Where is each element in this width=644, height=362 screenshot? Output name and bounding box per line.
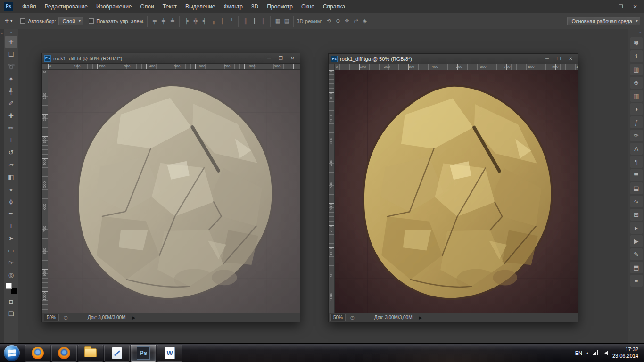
gradient-tool-icon[interactable]: ◧ bbox=[5, 171, 17, 183]
panel-properties-icon[interactable]: ≡ bbox=[630, 275, 643, 287]
quick-selection-tool-icon[interactable]: ✶ bbox=[5, 73, 17, 85]
panel-notes-icon[interactable]: ✎ bbox=[630, 248, 643, 260]
status-flyout-button[interactable]: ▶ bbox=[132, 315, 136, 320]
status-flyout-button[interactable]: ▶ bbox=[419, 315, 422, 320]
distribute-right-edges-icon[interactable]: ╢ bbox=[259, 17, 267, 25]
doc-minimize-button[interactable]: ─ bbox=[541, 55, 553, 63]
clock[interactable]: 17:32 23.06.2014 bbox=[612, 346, 638, 360]
panel-adjustments-icon[interactable]: ◑ bbox=[630, 103, 643, 115]
app-restore-button[interactable]: ❐ bbox=[614, 2, 628, 11]
3d-rotate-icon[interactable]: ⟲ bbox=[325, 17, 333, 25]
panel-paths-icon[interactable]: ∿ bbox=[630, 196, 643, 207]
autoselect-checkbox[interactable] bbox=[20, 18, 25, 24]
align-top-edges-icon[interactable]: ╤ bbox=[150, 17, 158, 25]
align-horizontal-centers-icon[interactable]: ╬ bbox=[191, 17, 199, 25]
shape-tool-icon[interactable]: ▭ bbox=[5, 244, 17, 256]
healing-brush-tool-icon[interactable]: ✚ bbox=[5, 109, 17, 122]
workspace-select[interactable]: Основная рабочая среда bbox=[567, 17, 640, 25]
distribute-left-edges-icon[interactable]: ╟ bbox=[241, 17, 249, 25]
show-transform-checkbox[interactable] bbox=[89, 18, 94, 24]
canvas-tif[interactable] bbox=[48, 70, 300, 313]
panel-clone-source-icon[interactable]: ⊞ bbox=[630, 209, 643, 221]
hand-tool-icon[interactable]: ☞ bbox=[5, 256, 17, 269]
distribute-bottom-edges-icon[interactable]: ╨ bbox=[227, 17, 235, 25]
eyedropper-tool-icon[interactable]: ✐ bbox=[5, 97, 17, 109]
doc-maximize-button[interactable]: ❐ bbox=[553, 55, 565, 63]
menu-item-4[interactable]: Текст bbox=[158, 0, 181, 13]
pen-tool-icon[interactable]: ✒ bbox=[5, 207, 17, 220]
auto-align-layers-icon[interactable]: ▦ bbox=[273, 17, 281, 25]
quick-mask-mode-icon[interactable]: ◘ bbox=[5, 295, 17, 307]
eraser-tool-icon[interactable]: ▱ bbox=[5, 158, 17, 171]
menu-item-2[interactable]: Изображение bbox=[92, 0, 136, 13]
panel-character-icon[interactable]: A bbox=[630, 143, 643, 155]
3d-scale-icon[interactable]: ◈ bbox=[361, 17, 369, 25]
doc-maximize-button[interactable]: ❐ bbox=[275, 55, 287, 62]
zoom-level-field[interactable]: 50% bbox=[330, 314, 346, 321]
start-button[interactable] bbox=[4, 345, 20, 361]
taskbar-word-button[interactable]: W bbox=[157, 345, 182, 362]
3d-drag-icon[interactable]: ✥ bbox=[343, 17, 351, 25]
distribute-top-edges-icon[interactable]: ╥ bbox=[209, 17, 217, 25]
dock-expand-icon[interactable]: « bbox=[628, 29, 644, 36]
distribute-horizontal-centers-icon[interactable]: ╂ bbox=[250, 17, 258, 25]
panel-history-icon[interactable]: ✽ bbox=[630, 37, 643, 49]
auto-blend-layers-icon[interactable]: ▤ bbox=[282, 17, 290, 25]
tray-expand-icon[interactable]: ▴ bbox=[586, 351, 588, 355]
menu-item-5[interactable]: Выделение bbox=[181, 0, 220, 13]
taskbar-photoshop-button[interactable]: Ps bbox=[131, 345, 156, 362]
panel-channels-icon[interactable]: ⬓ bbox=[630, 182, 643, 194]
menu-item-0[interactable]: Файл bbox=[18, 0, 41, 13]
panel-brush-icon[interactable]: ✑ bbox=[630, 130, 643, 141]
dodge-tool-icon[interactable]: ϕ bbox=[5, 195, 17, 207]
panel-actions-icon[interactable]: ▶ bbox=[630, 235, 643, 247]
menu-item-1[interactable]: Редактирование bbox=[41, 0, 92, 13]
crop-tool-icon[interactable]: ╃ bbox=[5, 85, 17, 97]
panel-info-icon[interactable]: ℹ bbox=[630, 50, 643, 62]
menu-item-9[interactable]: Окно bbox=[297, 0, 319, 13]
autoselect-target-select[interactable]: Слой bbox=[58, 17, 83, 25]
doc-titlebar[interactable]: Ps rock1_diff.tif @ 50% (RGB/8*) ─ ❐ ✕ bbox=[42, 53, 300, 64]
taskbar-explorer-button[interactable] bbox=[78, 345, 103, 362]
taskbar-firefox-1-button[interactable] bbox=[25, 345, 50, 362]
foreground-color-swatch[interactable] bbox=[6, 283, 12, 289]
align-vertical-centers-icon[interactable]: ╪ bbox=[159, 17, 167, 25]
panel-layers-icon[interactable]: ≣ bbox=[630, 169, 643, 181]
network-icon[interactable] bbox=[593, 350, 598, 355]
doc-close-button[interactable]: ✕ bbox=[565, 55, 577, 63]
volume-icon[interactable] bbox=[602, 351, 608, 355]
distribute-vertical-centers-icon[interactable]: ╫ bbox=[218, 17, 226, 25]
path-selection-tool-icon[interactable]: ➤ bbox=[5, 232, 17, 244]
move-tool-icon[interactable]: ✛ bbox=[5, 36, 17, 48]
panel-3d-icon[interactable]: ⬒ bbox=[630, 262, 643, 273]
menu-item-3[interactable]: Слои bbox=[136, 0, 158, 13]
align-right-edges-icon[interactable]: ╡ bbox=[200, 17, 208, 25]
lasso-tool-icon[interactable]: ➰ bbox=[5, 60, 17, 73]
screen-mode-icon[interactable]: ❏ bbox=[5, 307, 17, 320]
doc-minimize-button[interactable]: ─ bbox=[263, 55, 275, 62]
zoom-level-field[interactable]: 50% bbox=[44, 314, 59, 321]
panel-styles-icon[interactable]: ƒ bbox=[630, 116, 643, 128]
color-swatches[interactable] bbox=[6, 283, 17, 294]
active-tool-preset[interactable]: ✛ ▾ bbox=[3, 17, 14, 25]
clone-stamp-tool-icon[interactable]: ⊥ bbox=[5, 134, 17, 146]
align-bottom-edges-icon[interactable]: ╧ bbox=[168, 17, 176, 25]
menu-item-6[interactable]: Фильтр bbox=[220, 0, 247, 13]
app-minimize-button[interactable]: ─ bbox=[600, 2, 614, 11]
3d-roll-icon[interactable]: ⊙ bbox=[334, 17, 342, 25]
type-tool-icon[interactable]: T bbox=[5, 220, 17, 232]
panel-paragraph-icon[interactable]: ¶ bbox=[630, 156, 643, 168]
panel-navigator-icon[interactable]: ⊕ bbox=[630, 77, 643, 89]
blur-tool-icon[interactable]: ◒ bbox=[5, 183, 17, 195]
taskbar-firefox-2-button[interactable] bbox=[51, 345, 77, 362]
canvas-tga[interactable] bbox=[335, 70, 578, 313]
menu-item-7[interactable]: 3D bbox=[247, 0, 263, 13]
app-close-button[interactable]: ✕ bbox=[628, 2, 642, 11]
language-indicator[interactable]: EN bbox=[575, 350, 582, 356]
align-left-edges-icon[interactable]: ╞ bbox=[182, 17, 190, 25]
marquee-tool-icon[interactable]: ☐ bbox=[5, 48, 17, 60]
panel-histogram-icon[interactable]: ▥ bbox=[630, 64, 643, 75]
taskbar-wordpad-button[interactable] bbox=[104, 345, 130, 362]
panel-color-icon[interactable]: ▦ bbox=[630, 90, 643, 102]
tools-collapse-icon[interactable]: » bbox=[4, 29, 18, 36]
